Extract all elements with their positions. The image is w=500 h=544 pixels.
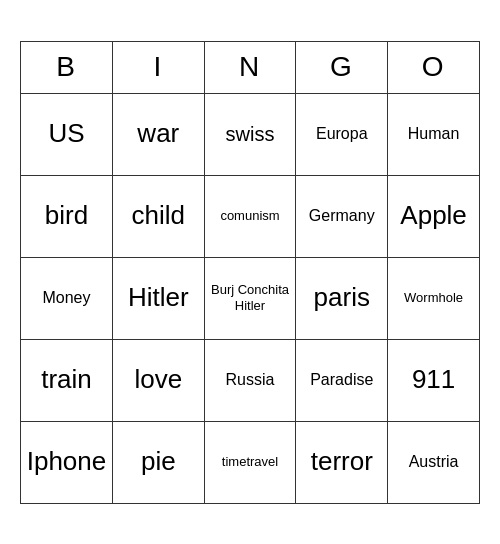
table-cell: child bbox=[112, 175, 204, 257]
table-cell: Hitler bbox=[112, 257, 204, 339]
table-cell: Paradise bbox=[296, 339, 388, 421]
table-row: USwarswissEuropaHuman bbox=[21, 93, 480, 175]
table-cell: Apple bbox=[388, 175, 480, 257]
header-cell: G bbox=[296, 41, 388, 93]
table-cell: swiss bbox=[204, 93, 296, 175]
table-cell: 911 bbox=[388, 339, 480, 421]
table-cell: pie bbox=[112, 421, 204, 503]
header-cell: O bbox=[388, 41, 480, 93]
table-cell: terror bbox=[296, 421, 388, 503]
table-cell: timetravel bbox=[204, 421, 296, 503]
table-cell: train bbox=[21, 339, 113, 421]
table-cell: Money bbox=[21, 257, 113, 339]
table-cell: Iphone bbox=[21, 421, 113, 503]
table-row: IphonepietimetravelterrorAustria bbox=[21, 421, 480, 503]
table-cell: bird bbox=[21, 175, 113, 257]
table-cell: US bbox=[21, 93, 113, 175]
table-cell: Human bbox=[388, 93, 480, 175]
table-cell: Russia bbox=[204, 339, 296, 421]
table-cell: Austria bbox=[388, 421, 480, 503]
table-cell: war bbox=[112, 93, 204, 175]
table-cell: Europa bbox=[296, 93, 388, 175]
header-cell: B bbox=[21, 41, 113, 93]
header-cell: I bbox=[112, 41, 204, 93]
table-cell: Burj Conchita Hitler bbox=[204, 257, 296, 339]
table-row: trainloveRussiaParadise911 bbox=[21, 339, 480, 421]
table-cell: Wormhole bbox=[388, 257, 480, 339]
bingo-card: BINGO USwarswissEuropaHumanbirdchildcomu… bbox=[20, 41, 480, 504]
table-row: birdchildcomunismGermanyApple bbox=[21, 175, 480, 257]
table-cell: love bbox=[112, 339, 204, 421]
table-cell: paris bbox=[296, 257, 388, 339]
table-row: MoneyHitlerBurj Conchita HitlerparisWorm… bbox=[21, 257, 480, 339]
header-cell: N bbox=[204, 41, 296, 93]
header-row: BINGO bbox=[21, 41, 480, 93]
table-cell: Germany bbox=[296, 175, 388, 257]
table-cell: comunism bbox=[204, 175, 296, 257]
